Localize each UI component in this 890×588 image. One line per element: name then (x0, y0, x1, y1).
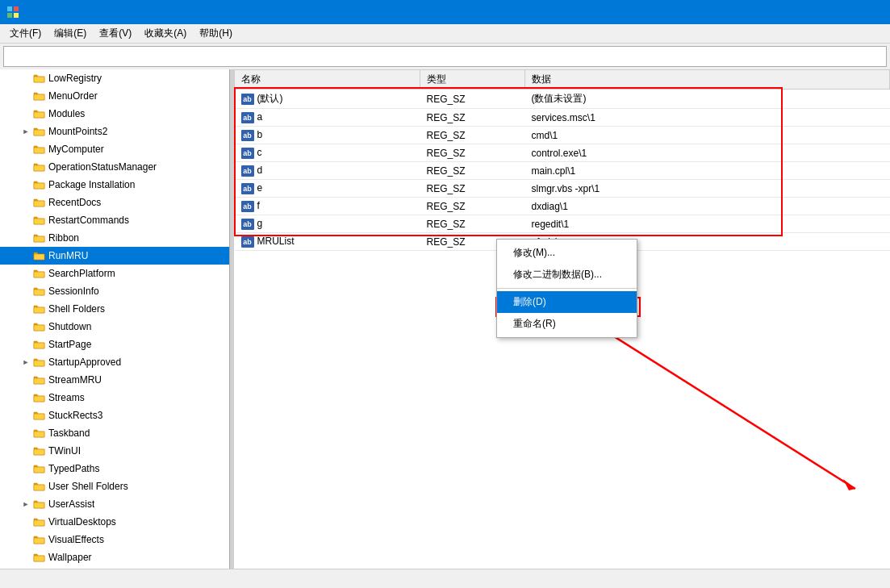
table-row[interactable]: abgREG_SZregedit\1 (235, 215, 890, 233)
expand-icon[interactable] (19, 107, 32, 120)
expand-icon[interactable] (19, 320, 32, 333)
table-row[interactable]: abfREG_SZdxdiag\1 (235, 198, 890, 215)
expand-icon[interactable] (19, 462, 32, 475)
tree-item[interactable]: Wallpaper (0, 548, 229, 566)
tree-item-label: SearchPlatform (48, 268, 115, 279)
expand-icon[interactable] (19, 214, 32, 227)
expand-icon[interactable] (19, 391, 32, 404)
tree-item[interactable]: Shell Folders (0, 300, 229, 318)
tree-item[interactable]: ► UserAssist (0, 495, 229, 513)
menu-edit[interactable]: 编辑(E) (48, 24, 93, 43)
expand-icon[interactable] (19, 249, 32, 262)
expand-icon[interactable] (19, 515, 32, 528)
tree-item[interactable]: LowRegistry (0, 69, 229, 87)
tree-item-label: User Shell Folders (48, 481, 128, 492)
tree-item[interactable]: OperationStatusManager (0, 158, 229, 176)
tree-item[interactable]: Ribbon (0, 229, 229, 247)
table-row[interactable]: abbREG_SZcmd\1 (235, 127, 890, 144)
cell-type: REG_SZ (420, 90, 525, 109)
ab-icon: ab (241, 94, 254, 105)
expand-icon[interactable] (19, 161, 32, 173)
folder-icon (32, 409, 45, 422)
table-row[interactable]: abdREG_SZmain.cpl\1 (235, 162, 890, 180)
col-type: 类型 (420, 70, 525, 90)
tree-item[interactable]: TWinUI (0, 442, 229, 460)
tree-item[interactable]: Streams (0, 389, 229, 407)
tree-item[interactable]: Modules (0, 105, 229, 123)
ctx-rename[interactable]: 重命名(R) (497, 313, 637, 335)
table-row[interactable]: abaREG_SZservices.msc\1 (235, 109, 890, 127)
tree-item[interactable]: Shutdown (0, 318, 229, 336)
close-button[interactable] (846, 0, 884, 24)
expand-icon[interactable] (19, 72, 32, 85)
tree-item[interactable]: Taskband (0, 424, 229, 442)
tree-item-label: Taskband (48, 427, 90, 439)
tree-item[interactable]: ► MountPoints2 (0, 123, 229, 140)
table-row[interactable]: ab(默认)REG_SZ(数值未设置) (235, 90, 890, 109)
expand-icon[interactable] (19, 196, 32, 209)
menu-file[interactable]: 文件(F) (3, 24, 48, 43)
tree-item-label: Shell Folders (48, 303, 105, 315)
tree-item[interactable]: VirtualDesktops (0, 513, 229, 531)
tree-item[interactable]: MyComputer (0, 140, 229, 158)
cell-type: REG_SZ (420, 127, 525, 144)
expand-icon[interactable]: ► (19, 356, 32, 369)
expand-icon[interactable] (19, 427, 32, 440)
tree-item[interactable]: RestartCommands (0, 211, 229, 229)
tree-item-label: StartPage (48, 339, 91, 350)
expand-icon[interactable] (19, 302, 32, 315)
expand-icon[interactable] (19, 267, 32, 280)
expand-icon[interactable] (19, 409, 32, 422)
tree-item[interactable]: RecentDocs (0, 194, 229, 211)
expand-icon[interactable]: ► (19, 498, 32, 511)
expand-icon[interactable]: ► (19, 125, 32, 138)
expand-icon[interactable] (19, 444, 32, 457)
expand-icon[interactable] (19, 285, 32, 298)
expand-icon[interactable] (19, 373, 32, 386)
tree-item[interactable]: SearchPlatform (0, 265, 229, 282)
tree-item-label: LowRegistry (48, 73, 102, 84)
expand-icon[interactable] (19, 90, 32, 102)
tree-item[interactable]: TypedPaths (0, 460, 229, 477)
minimize-button[interactable] (772, 0, 809, 24)
tree-item[interactable]: ► StartupApproved (0, 353, 229, 371)
ab-icon: ab (241, 236, 254, 248)
folder-icon (32, 533, 45, 546)
expand-icon[interactable] (19, 480, 32, 493)
expand-icon[interactable] (19, 533, 32, 546)
title-bar-left (6, 6, 24, 19)
tree-item-label: OperationStatusManager (48, 161, 157, 173)
tree-item[interactable]: MenuOrder (0, 87, 229, 105)
tree-item-label: RunMRU (48, 250, 88, 261)
tree-item[interactable]: Wallpapers (0, 566, 229, 569)
status-bar (0, 569, 890, 588)
ab-icon: ab (241, 219, 254, 230)
expand-icon[interactable] (19, 231, 32, 244)
maximize-button[interactable] (809, 0, 846, 24)
tree-item[interactable]: StreamMRU (0, 371, 229, 389)
tree-item-label: StartupApproved (48, 357, 121, 368)
expand-icon[interactable] (19, 551, 32, 564)
expand-icon[interactable] (19, 143, 32, 156)
tree-item[interactable]: StuckRects3 (0, 407, 229, 424)
tree-item[interactable]: User Shell Folders (0, 477, 229, 495)
expand-icon[interactable] (19, 178, 32, 191)
address-bar[interactable] (3, 46, 887, 67)
menu-view[interactable]: 查看(V) (93, 24, 138, 43)
ctx-modify[interactable]: 修改(M)... (497, 242, 637, 264)
tree-item[interactable]: VisualEffects (0, 531, 229, 548)
table-row[interactable]: abcREG_SZcontrol.exe\1 (235, 144, 890, 162)
tree-item[interactable]: RunMRU (0, 247, 229, 265)
tree-item[interactable]: SessionInfo (0, 282, 229, 300)
table-row[interactable]: abeREG_SZslmgr.vbs -xpr\1 (235, 180, 890, 198)
ctx-modify-binary[interactable]: 修改二进制数据(B)... (497, 264, 637, 286)
tree-item[interactable]: StartPage (0, 336, 229, 353)
tree-item[interactable]: Package Installation (0, 176, 229, 194)
tree-item-label: MyComputer (48, 144, 104, 155)
menu-favorites[interactable]: 收藏夹(A) (138, 24, 193, 43)
menu-help[interactable]: 帮助(H) (193, 24, 239, 43)
expand-icon[interactable] (19, 338, 32, 351)
cell-data: services.msc\1 (525, 109, 890, 127)
tree-panel: LowRegistry MenuOrder Modules► MountPoin… (0, 69, 230, 569)
ctx-delete[interactable]: 删除(D) (497, 291, 637, 313)
